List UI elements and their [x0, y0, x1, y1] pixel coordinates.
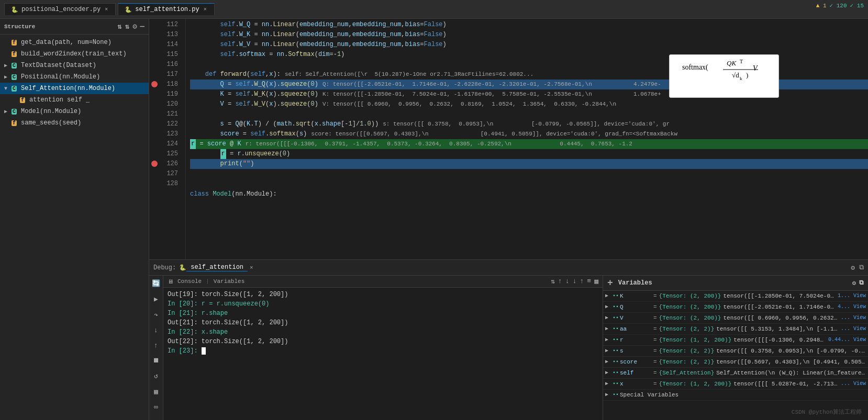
check-indicator-2: ✓ 15: [850, 2, 864, 9]
download-icon-console[interactable]: ↓: [565, 277, 570, 286]
tab-close-self-attention[interactable]: ×: [203, 7, 208, 13]
sort-icon[interactable]: ⇅: [117, 22, 121, 31]
var-type-icon-special: ▪▪: [613, 391, 620, 399]
download2-icon-console[interactable]: ↓: [573, 277, 577, 286]
console-panel: 🖥 Console | Variables ⇅ ↑ ↓ ↓ ↑ ≡ ▦: [163, 276, 603, 420]
debug-restart-icon[interactable]: ↺: [150, 370, 162, 382]
tab-label: positional_encoder.py: [21, 6, 101, 13]
line-num-121: 121: [160, 109, 181, 119]
var-type-icon-r: ▪▪: [613, 336, 620, 344]
var-type-icon-score: ▪▪: [613, 358, 620, 366]
tree-label: Self_Attention(nn.Module): [21, 85, 115, 92]
breakpoint-126[interactable]: [151, 161, 158, 167]
code-editor[interactable]: 112 113 114 115 116 117 118 119 120 121 …: [149, 19, 868, 259]
watermark: CSDN @python算法工程师: [792, 408, 862, 416]
debug-icon: 🐍: [179, 264, 186, 271]
expand-icon-r[interactable]: ▶: [605, 336, 613, 344]
expand-icon-V[interactable]: ▶: [605, 314, 613, 322]
variables-split-icon[interactable]: ⧉: [859, 279, 864, 287]
expand-icon-K[interactable]: ▶: [605, 292, 613, 300]
debug-play-icon[interactable]: ▶: [150, 293, 162, 305]
tab-file-icon: 🐍: [11, 6, 18, 13]
view-link-aa[interactable]: ... View: [841, 325, 866, 333]
tree-item-positional[interactable]: ▶ C Positional(nn.Module): [0, 71, 149, 83]
debug-session-close[interactable]: ×: [250, 265, 253, 271]
debug-step-into-icon[interactable]: ↓: [150, 325, 162, 336]
settings-icon[interactable]: ⚙: [132, 22, 137, 31]
expand-icon-s[interactable]: ▶: [605, 347, 613, 355]
class-icon: C: [12, 86, 17, 92]
expand-icon-special[interactable]: ▶: [605, 391, 613, 399]
tree-item-self-attention[interactable]: ▼ C Self_Attention(nn.Module): [0, 83, 149, 94]
tab-close-positional[interactable]: ×: [104, 7, 109, 13]
expand-icon-score[interactable]: ▶: [605, 358, 613, 366]
tree-item-get-data[interactable]: f get_data(path, num=None): [0, 37, 149, 48]
debug-panel: Debug: 🐍 self_attention × ⚙ ⧉ 🔄 ▶ ↷ ↓ ↑ …: [149, 259, 868, 420]
expand-icon-x[interactable]: ▶: [605, 380, 613, 388]
debug-bottom-icon[interactable]: ⊞: [150, 417, 162, 420]
line-num-118: 118: [160, 80, 181, 89]
var-row-score: ▶ ▪▪ score = {Tensor: (2, 2)} tensor([[0…: [603, 357, 868, 368]
debug-label: Debug:: [153, 264, 176, 271]
tree-label: build_word2index(train_text): [21, 50, 127, 58]
clear-icon-console[interactable]: ↑: [558, 277, 562, 286]
check-indicator: ✓ 120: [830, 2, 847, 9]
table-icon-console[interactable]: ▦: [594, 277, 598, 286]
no-breakpoint: [149, 129, 160, 139]
split-icon[interactable]: ⧉: [859, 264, 864, 272]
variables-settings-icon[interactable]: ⚙: [852, 279, 856, 287]
debug-step-out-icon[interactable]: ↑: [150, 340, 162, 351]
tree-item-same-seeds[interactable]: f same_seeds(seed): [0, 117, 149, 129]
line-num-120: 120: [160, 99, 181, 109]
console-line-2: In [21]: r.shape: [168, 309, 598, 318]
no-breakpoint: [149, 60, 160, 70]
sort-icon-2[interactable]: ⇅: [125, 22, 129, 31]
tree-item-model[interactable]: ▶ C Model(nn.Module): [0, 106, 149, 117]
tree-item-text-dataset[interactable]: ▶ C TextDataset(Dataset): [0, 60, 149, 71]
tab-self-attention[interactable]: 🐍 self_attention.py ×: [118, 3, 214, 15]
console-text: In [22]: x.shape: [168, 327, 228, 337]
tree-label: Positional(nn.Module): [21, 73, 100, 81]
expand-icon-aa[interactable]: ▶: [605, 325, 613, 333]
console-line-5: Out[22]: torch.Size([1, 2, 200]): [168, 337, 598, 346]
line-num-126: 126: [160, 159, 181, 169]
no-breakpoint: [149, 169, 160, 179]
debug-arrow-icon[interactable]: 🔄: [150, 278, 162, 289]
cursor-blink: [202, 347, 206, 355]
tree-item-build-word2index[interactable]: f build_word2index(train_text): [0, 48, 149, 60]
variables-tab-label[interactable]: Variables: [214, 278, 244, 285]
view-link-Q[interactable]: 4... View: [838, 303, 866, 311]
tab-positional-encoder[interactable]: 🐍 positional_encoder.py ×: [4, 3, 116, 15]
debug-table-icon[interactable]: ▦: [150, 386, 162, 398]
var-type-icon-K: ▪▪: [613, 292, 620, 300]
code-line-123: score = self.softmax(s) score: tensor([[…: [190, 129, 868, 139]
view-link-V[interactable]: ... View: [841, 314, 866, 322]
debug-session-tab[interactable]: self_attention: [186, 264, 248, 271]
debug-more-icon[interactable]: ∞: [150, 402, 162, 413]
breakpoint-118[interactable]: [151, 81, 158, 87]
sort-icon-console[interactable]: ⇅: [551, 277, 555, 286]
debug-step-over-icon[interactable]: ↷: [150, 309, 162, 321]
tree-item-attention-self[interactable]: f attention self _: [0, 94, 149, 106]
filter-icon-console[interactable]: ≡: [587, 277, 591, 286]
sidebar-header-icons: ⇅ ⇅ ⚙ —: [117, 22, 144, 31]
expand-icon-self[interactable]: ▶: [605, 369, 613, 377]
up-icon-console[interactable]: ↑: [580, 277, 584, 286]
console-prompt-text: In [23]:: [168, 346, 202, 356]
chevron-icon: ▼: [4, 86, 9, 92]
view-link-x[interactable]: ... View: [841, 380, 866, 388]
line-num-127: 127: [160, 169, 181, 179]
expand-icon-Q[interactable]: ▶: [605, 303, 613, 311]
console-line-prompt[interactable]: In [23]:: [168, 346, 598, 356]
console-label[interactable]: Console: [177, 278, 202, 285]
code-line-122: s = Q@(K.T) / (math.sqrt(x.shape[-1]/1.0…: [190, 119, 868, 129]
view-link-r[interactable]: 0.44... View: [828, 336, 866, 344]
settings-icon-debug[interactable]: ⚙: [851, 264, 855, 272]
code-line-124: r = score @ K r: tensor([[[-0.1306, 0.37…: [190, 139, 868, 149]
minimize-icon[interactable]: —: [140, 22, 144, 31]
debug-stop-icon[interactable]: ⏹: [150, 355, 162, 366]
view-link-K[interactable]: 1... View: [838, 292, 866, 300]
line-num-119: 119: [160, 89, 181, 99]
add-variable-icon[interactable]: +: [607, 278, 613, 288]
tree-label: get_data(path, num=None): [21, 39, 112, 46]
